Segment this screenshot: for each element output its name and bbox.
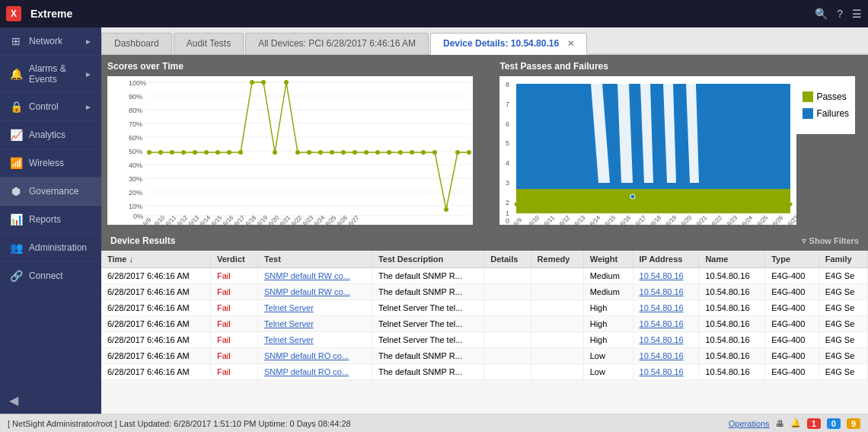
- control-arrow-icon: ►: [85, 103, 92, 111]
- cell-details: [484, 364, 531, 380]
- cell-family: E4G Se: [819, 364, 867, 380]
- svg-text:40%: 40%: [129, 162, 142, 169]
- col-weight[interactable]: Weight: [583, 251, 633, 268]
- passes-chart-title: Test Passes and Failures: [499, 61, 862, 72]
- tab-all-devices[interactable]: All Devices: PCI 6/28/2017 6:46:16 AM: [245, 33, 429, 53]
- operations-link[interactable]: Operations: [729, 419, 770, 428]
- sidebar-item-network[interactable]: ⊞ Network ►: [0, 27, 101, 56]
- cell-family: E4G Se: [819, 316, 867, 332]
- control-icon: 🔒: [9, 101, 23, 113]
- cell-weight: Medium: [583, 268, 633, 284]
- cell-time: 6/28/2017 6:46:16 AM: [101, 332, 210, 348]
- tab-audit-tests[interactable]: Audit Tests: [174, 33, 244, 53]
- cell-type: E4G-400: [765, 348, 819, 364]
- sidebar-item-governance[interactable]: ⬢ Governance: [0, 178, 101, 206]
- network-icon: ⊞: [9, 35, 23, 47]
- svg-text:6/9: 6/9: [142, 216, 153, 225]
- cell-test: SNMP default RO co...: [258, 364, 372, 380]
- analytics-icon: 📈: [9, 129, 23, 141]
- svg-point-47: [432, 150, 437, 155]
- sidebar: ⊞ Network ► 🔔 Alarms & Events ► 🔒 Contro…: [0, 27, 101, 414]
- show-filters-button[interactable]: ▿ Show Filters: [802, 236, 859, 246]
- svg-point-41: [364, 150, 369, 155]
- svg-point-42: [375, 150, 380, 155]
- sidebar-label-analytics: Analytics: [29, 130, 92, 140]
- tab-dashboard[interactable]: Dashboard: [101, 33, 172, 53]
- badge-red: 1: [807, 418, 821, 429]
- col-test[interactable]: Test: [258, 251, 372, 268]
- svg-text:100%: 100%: [129, 79, 146, 87]
- sidebar-back-icon[interactable]: ◀: [9, 394, 18, 407]
- passes-chart-panel: Test Passes and Failures 8 7 6 5 4 3 2: [493, 55, 868, 231]
- legend-passes: Passes: [803, 91, 849, 102]
- sidebar-item-control[interactable]: 🔒 Control ►: [0, 93, 101, 121]
- cell-name: 10.54.80.16: [699, 364, 765, 380]
- table-row: 6/28/2017 6:46:16 AM Fail SNMP default R…: [101, 364, 868, 380]
- menu-icon[interactable]: ☰: [852, 8, 862, 20]
- svg-text:6/21: 6/21: [695, 214, 709, 225]
- tab-bar: Dashboard Audit Tests All Devices: PCI 6…: [101, 27, 868, 55]
- cell-verdict: Fail: [210, 284, 257, 300]
- administration-icon: 👥: [9, 242, 23, 254]
- sidebar-item-alarms[interactable]: 🔔 Alarms & Events ►: [0, 56, 101, 93]
- svg-text:6/11: 6/11: [543, 214, 557, 225]
- col-name[interactable]: Name: [699, 251, 765, 268]
- col-ip[interactable]: IP Address: [633, 251, 699, 268]
- svg-text:6/15: 6/15: [604, 214, 617, 225]
- top-bar-left: X Extreme: [6, 6, 72, 21]
- svg-text:6/9: 6/9: [512, 216, 524, 225]
- svg-text:8: 8: [506, 81, 509, 88]
- cell-type: E4G-400: [765, 300, 819, 316]
- col-time[interactable]: Time ↓: [101, 251, 210, 268]
- printer-icon[interactable]: 🖶: [776, 419, 784, 428]
- cell-details: [484, 268, 531, 284]
- col-type[interactable]: Type: [765, 251, 819, 268]
- col-verdict[interactable]: Verdict: [210, 251, 257, 268]
- sidebar-item-reports[interactable]: 📊 Reports: [0, 206, 101, 234]
- top-bar-icons: 🔍 ? ☰: [815, 8, 862, 20]
- svg-text:6: 6: [506, 120, 509, 128]
- sidebar-item-analytics[interactable]: 📈 Analytics: [0, 121, 101, 149]
- cell-verdict: Fail: [210, 348, 257, 364]
- status-left-text: [ NetSight Administrator/root ] Last Upd…: [8, 419, 351, 428]
- cell-test-desc: The default SNMP R...: [372, 364, 483, 380]
- cell-family: E4G Se: [819, 348, 867, 364]
- sidebar-label-alarms: Alarms & Events: [29, 63, 78, 85]
- sidebar-item-administration[interactable]: 👥 Administration: [0, 234, 101, 262]
- svg-point-92: [685, 203, 688, 206]
- svg-point-30: [238, 150, 243, 155]
- col-details[interactable]: Details: [484, 251, 531, 268]
- col-family[interactable]: Family: [819, 251, 867, 268]
- results-header: Device Results ▿ Show Filters: [101, 231, 868, 251]
- app-logo: Extreme: [30, 8, 72, 20]
- sidebar-item-wireless[interactable]: 📶 Wireless: [0, 149, 101, 178]
- svg-text:20%: 20%: [129, 189, 142, 197]
- cell-test: SNMP default RW co...: [258, 268, 372, 284]
- failures-label: Failures: [816, 108, 849, 119]
- tab-close-icon[interactable]: ✕: [567, 39, 574, 48]
- sidebar-item-connect[interactable]: 🔗 Connect: [0, 262, 101, 290]
- cell-weight: High: [583, 332, 633, 348]
- cell-name: 10.54.80.16: [699, 268, 765, 284]
- svg-point-49: [455, 150, 460, 155]
- cell-time: 6/28/2017 6:46:16 AM: [101, 284, 210, 300]
- cell-weight: High: [583, 300, 633, 316]
- svg-point-89: [605, 203, 608, 206]
- col-test-desc[interactable]: Test Description: [372, 251, 483, 268]
- tab-device-details[interactable]: Device Details: 10.54.80.16 ✕: [430, 33, 587, 55]
- cell-type: E4G-400: [765, 316, 819, 332]
- svg-point-48: [444, 207, 448, 212]
- sidebar-label-administration: Administration: [29, 242, 92, 253]
- svg-text:6/25: 6/25: [756, 214, 770, 225]
- badge-yellow: 9: [847, 418, 860, 429]
- svg-text:60%: 60%: [129, 134, 142, 142]
- search-icon[interactable]: 🔍: [815, 8, 828, 20]
- cell-test: Telnet Server: [258, 332, 372, 348]
- bell-icon[interactable]: 🔔: [790, 418, 801, 428]
- cell-ip: 10.54.80.16: [633, 332, 699, 348]
- col-remedy[interactable]: Remedy: [531, 251, 583, 268]
- badge-blue: 0: [827, 418, 841, 429]
- main-area: ⊞ Network ► 🔔 Alarms & Events ► 🔒 Contro…: [0, 27, 868, 414]
- svg-point-40: [353, 150, 357, 155]
- help-icon[interactable]: ?: [837, 8, 843, 20]
